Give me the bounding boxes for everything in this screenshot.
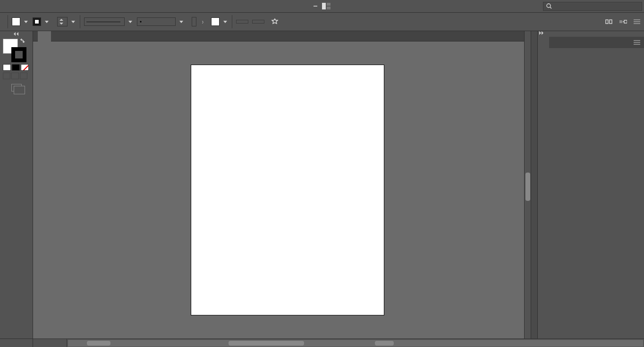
svg-rect-8	[610, 20, 612, 24]
layers-panel	[537, 31, 644, 339]
label-template-grid	[200, 70, 374, 309]
color-mode[interactable]	[3, 64, 11, 71]
none-mode[interactable]	[21, 64, 29, 71]
draw-inside-icon[interactable]	[20, 73, 27, 79]
svg-line-4	[550, 7, 551, 8]
vscroll-thumb[interactable]	[525, 173, 530, 201]
layers-tab[interactable]	[538, 37, 549, 48]
svg-rect-1	[327, 3, 330, 6]
stroke-dropdown[interactable]	[45, 19, 50, 24]
status-bar	[0, 339, 644, 347]
draw-normal-icon[interactable]	[3, 73, 10, 79]
document-tab[interactable]	[38, 31, 51, 41]
divider	[8, 15, 8, 28]
brush-definition[interactable]	[137, 17, 176, 26]
swap-fill-stroke-icon[interactable]	[20, 39, 25, 44]
gradient-mode[interactable]	[12, 64, 20, 71]
svg-marker-5	[59, 19, 63, 21]
svg-marker-14	[14, 32, 16, 36]
opacity-dropdown[interactable]: ›	[202, 18, 203, 25]
control-bar: ›	[0, 12, 644, 31]
layer-list	[538, 48, 644, 339]
draw-behind-icon[interactable]	[11, 73, 19, 79]
work-area	[0, 31, 644, 339]
svg-marker-6	[59, 23, 63, 25]
stock-badge[interactable]	[314, 6, 317, 7]
stroke-weight-dropdown[interactable]	[71, 19, 76, 24]
style-dropdown[interactable]	[223, 19, 228, 24]
svg-rect-2	[327, 7, 330, 9]
zoom-level[interactable]	[33, 339, 67, 347]
divider	[80, 15, 80, 28]
toolbox	[0, 31, 33, 339]
document-area	[33, 31, 524, 339]
stroke-type-dropdown[interactable]	[128, 19, 133, 24]
preferences-button[interactable]	[252, 20, 264, 24]
svg-marker-16	[539, 31, 541, 35]
screen-mode-icon[interactable]	[11, 84, 22, 91]
stock-search-input[interactable]	[543, 2, 642, 11]
fill-swatch[interactable]	[12, 17, 20, 26]
fill-dropdown[interactable]	[24, 19, 29, 24]
hscroll-thumb-1[interactable]	[87, 341, 110, 346]
transform-icon[interactable]	[619, 18, 627, 25]
panel-menu-icon[interactable]	[634, 19, 640, 25]
arrange-documents-icon[interactable]	[322, 3, 330, 9]
fill-stroke-controls[interactable]	[0, 37, 33, 71]
svg-rect-0	[322, 3, 326, 9]
document-tab-bar	[33, 31, 524, 41]
align-icon[interactable]	[605, 18, 613, 25]
hscroll-thumb-3[interactable]	[375, 341, 394, 346]
stroke-swatch[interactable]	[33, 17, 41, 26]
brush-def-dropdown[interactable]	[179, 19, 184, 24]
opacity-input[interactable]	[192, 17, 196, 26]
svg-point-3	[547, 4, 551, 8]
artboard	[191, 65, 384, 315]
canvas[interactable]	[33, 41, 524, 339]
search-icon	[546, 3, 552, 9]
graphic-style-swatch[interactable]	[211, 17, 220, 26]
vertical-scrollbar[interactable]	[524, 31, 531, 339]
toolbox-collapse-icon[interactable]	[0, 31, 33, 37]
svg-marker-15	[17, 32, 18, 36]
divider	[232, 15, 232, 28]
layers-panel-menu-icon[interactable]	[630, 40, 644, 45]
svg-rect-10	[624, 20, 627, 23]
right-dock-collapsed[interactable]	[531, 31, 537, 339]
variable-width-profile[interactable]	[84, 17, 125, 26]
layers-panel-header	[538, 37, 644, 48]
horizontal-scrollbar[interactable]	[68, 340, 643, 347]
menu-bar	[0, 0, 644, 12]
svg-rect-9	[619, 20, 622, 23]
stroke-color[interactable]	[11, 47, 26, 62]
pin-icon[interactable]	[271, 18, 279, 25]
stepper-icon[interactable]	[59, 18, 63, 25]
panel-collapse-icon[interactable]	[538, 31, 644, 37]
svg-marker-17	[542, 31, 543, 35]
svg-rect-7	[606, 20, 608, 24]
stroke-weight-input[interactable]	[57, 17, 68, 26]
hscroll-thumb-2[interactable]	[229, 341, 304, 346]
document-setup-button[interactable]	[236, 20, 248, 24]
